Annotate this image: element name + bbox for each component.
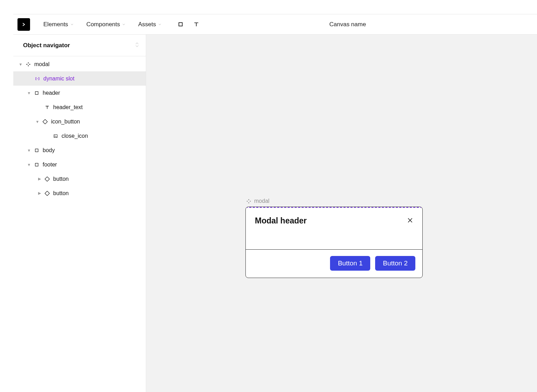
tree-node-label: body <box>43 147 55 154</box>
tree-node-label: dynamic slot <box>43 76 74 82</box>
chevron-down-icon <box>122 23 126 26</box>
tree-node-body[interactable]: ▼ body <box>13 143 146 157</box>
tree-node-close-icon[interactable]: close_icon <box>13 129 146 143</box>
svg-rect-3 <box>29 64 30 65</box>
svg-rect-14 <box>45 177 49 181</box>
menu-components-label: Components <box>86 21 120 28</box>
tree-expand-icon[interactable]: ▼ <box>27 91 31 95</box>
tree-node-button-2[interactable]: ▶ button <box>13 186 146 200</box>
tree-node-modal[interactable]: ▼ modal <box>13 57 146 71</box>
object-navigator-header: Object navigator <box>13 35 146 56</box>
tree-node-button-1[interactable]: ▶ button <box>13 172 146 186</box>
object-navigator-title: Object navigator <box>23 42 70 49</box>
svg-point-7 <box>38 78 38 79</box>
tree-node-label: modal <box>34 61 50 67</box>
tree-node-header[interactable]: ▼ header <box>13 86 146 100</box>
chevron-down-icon <box>70 23 74 26</box>
svg-rect-19 <box>248 202 250 204</box>
svg-rect-17 <box>246 200 248 202</box>
tree-node-label: button <box>53 176 69 182</box>
tree-expand-icon[interactable]: ▶ <box>37 191 42 195</box>
top-toolbar: Elements Components Assets Canvas name <box>13 14 537 35</box>
tree-expand-icon[interactable]: ▼ <box>35 120 40 124</box>
svg-point-6 <box>37 78 37 79</box>
tree-expand-icon[interactable]: ▼ <box>27 148 31 152</box>
canvas[interactable]: modal Modal header Button 1 Button 2 <box>146 35 537 392</box>
svg-rect-12 <box>35 149 38 151</box>
tree-node-footer[interactable]: ▼ footer <box>13 157 146 172</box>
svg-point-5 <box>37 78 37 79</box>
svg-rect-13 <box>35 163 38 166</box>
svg-rect-1 <box>28 62 29 63</box>
canvas-component-tag-label: modal <box>254 198 270 204</box>
svg-rect-2 <box>26 64 27 65</box>
svg-rect-18 <box>250 200 251 202</box>
frame-tool[interactable] <box>178 21 184 27</box>
tree-node-header-text[interactable]: header_text <box>13 100 146 114</box>
tree-node-dynamic-slot[interactable]: dynamic slot <box>13 71 146 86</box>
tree-node-label: close_icon <box>62 133 88 139</box>
object-navigator-panel: Object navigator ▼ modal dy <box>13 35 146 392</box>
modal-button-1[interactable]: Button 1 <box>330 256 370 271</box>
canvas-component-tag[interactable]: modal <box>246 198 270 204</box>
modal-body <box>246 229 422 249</box>
instance-icon <box>44 177 50 181</box>
tree-node-label: header_text <box>53 104 83 111</box>
component-icon <box>25 62 31 67</box>
text-icon <box>44 105 50 110</box>
svg-point-11 <box>55 135 55 136</box>
text-tool[interactable] <box>193 21 199 27</box>
menu-elements-label: Elements <box>43 21 68 28</box>
tree-node-label: footer <box>43 162 57 168</box>
modal-header-text: Modal header <box>255 216 307 226</box>
tree-node-label: button <box>53 190 69 197</box>
svg-rect-15 <box>45 191 49 195</box>
frame-icon <box>34 148 40 153</box>
menu-elements[interactable]: Elements <box>43 21 74 28</box>
svg-rect-8 <box>35 91 38 94</box>
modal-close-button[interactable] <box>407 217 413 224</box>
app-logo[interactable] <box>17 18 30 31</box>
image-icon <box>52 134 59 138</box>
svg-rect-0 <box>179 23 182 26</box>
svg-rect-4 <box>28 65 29 66</box>
modal-component[interactable]: Modal header Button 1 Button 2 <box>245 207 423 278</box>
tree-expand-icon[interactable]: ▶ <box>37 177 42 181</box>
frame-icon <box>34 162 40 167</box>
instance-icon <box>44 191 50 196</box>
svg-rect-9 <box>43 119 47 124</box>
tree-node-label: icon_button <box>51 119 80 125</box>
tree-node-icon-button[interactable]: ▼ icon_button <box>13 114 146 129</box>
tree-expand-icon[interactable]: ▼ <box>27 163 31 167</box>
tree-node-label: header <box>43 90 60 96</box>
svg-rect-16 <box>248 199 250 200</box>
modal-footer: Button 1 Button 2 <box>246 250 422 278</box>
toolbar-tools <box>178 21 199 27</box>
menu-components[interactable]: Components <box>86 21 126 28</box>
modal-header: Modal header <box>246 208 422 229</box>
slot-icon <box>34 76 41 81</box>
toolbar-menus: Elements Components Assets <box>43 21 162 28</box>
component-icon <box>246 199 251 204</box>
canvas-name-field[interactable]: Canvas name <box>329 21 366 28</box>
close-icon <box>407 217 413 223</box>
frame-icon <box>34 91 40 95</box>
collapse-panel-icon[interactable] <box>135 42 139 49</box>
chevron-down-icon <box>158 23 162 26</box>
menu-assets[interactable]: Assets <box>138 21 162 28</box>
menu-assets-label: Assets <box>138 21 156 28</box>
tree-expand-icon[interactable]: ▼ <box>18 62 23 66</box>
instance-icon <box>42 119 48 124</box>
modal-button-2[interactable]: Button 2 <box>375 256 415 271</box>
object-tree: ▼ modal dynamic slot ▼ <box>13 56 146 392</box>
